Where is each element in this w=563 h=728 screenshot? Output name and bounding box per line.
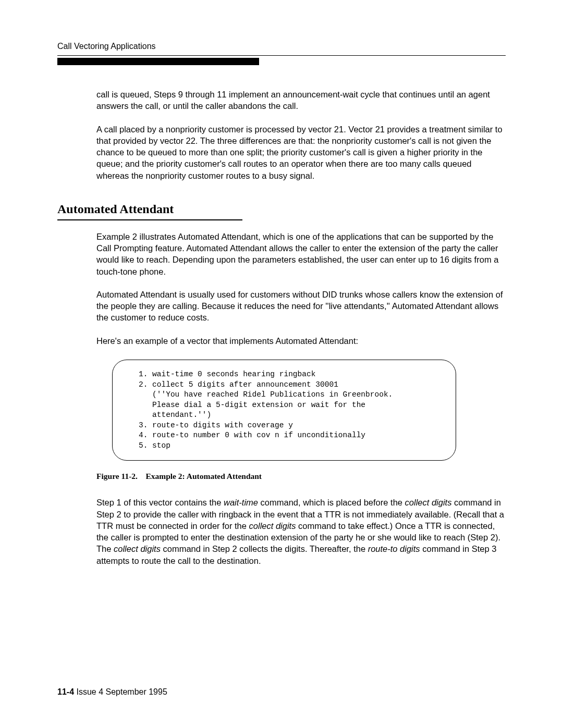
- issue-label: Issue 4 September 1995: [74, 687, 167, 696]
- page-number: 11-4: [57, 687, 74, 696]
- section-heading: Automated Attendant: [57, 202, 506, 216]
- body-paragraph: Here's an example of a vector that imple…: [96, 335, 506, 347]
- text-fragment: command, which is placed before the: [258, 498, 405, 507]
- text-fragment: Step 1 of this vector contains the: [96, 498, 224, 507]
- figure-caption: Figure 11-2. Example 2: Automated Attend…: [96, 471, 506, 482]
- body-paragraph: Automated Attendant is usually used for …: [96, 289, 506, 324]
- command-wait-time: wait-time: [224, 498, 258, 507]
- code-listing: 1. wait-time 0 seconds hearing ringback …: [112, 360, 456, 461]
- header-rule: [57, 55, 506, 56]
- running-header: Call Vectoring Applications: [57, 42, 506, 51]
- text-fragment: command in Step 2 collects the digits. T…: [161, 544, 368, 553]
- body-paragraph: Step 1 of this vector contains the wait-…: [96, 497, 506, 566]
- header-black-bar: [57, 58, 259, 65]
- command-collect-digits: collect digits: [405, 498, 452, 507]
- section-rule: [57, 219, 242, 220]
- body-paragraph: A call placed by a nonpriority customer …: [96, 124, 506, 181]
- command-route-to-digits: route-to digits: [368, 544, 420, 553]
- page-footer: 11-4 Issue 4 September 1995: [57, 687, 167, 697]
- body-paragraph: Example 2 illustrates Automated Attendan…: [96, 231, 506, 277]
- command-collect-digits: collect digits: [114, 544, 161, 553]
- command-collect-digits: collect digits: [249, 521, 296, 530]
- body-paragraph: call is queued, Steps 9 through 11 imple…: [96, 89, 506, 112]
